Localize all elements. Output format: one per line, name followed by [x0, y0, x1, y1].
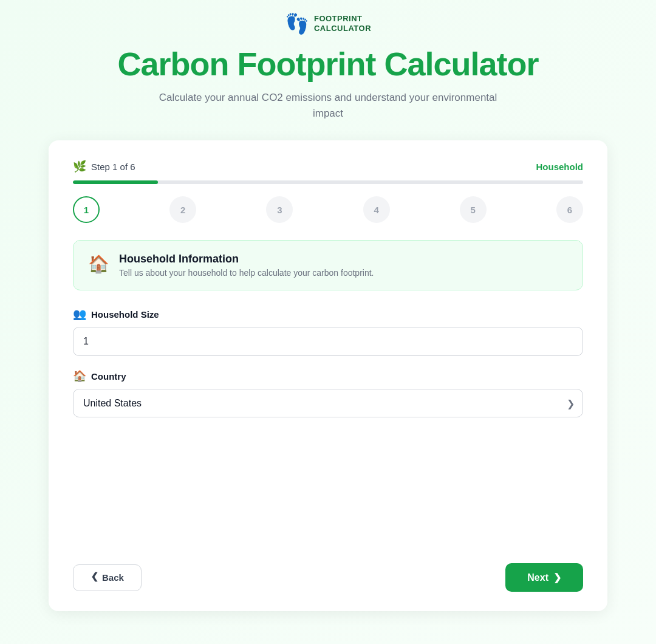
step-circle-2[interactable]: 2: [169, 196, 196, 223]
step-header: 🌿 Step 1 of 6 Household: [73, 160, 583, 173]
country-label: 🏠 Country: [73, 369, 583, 383]
logo-text: FOOTPRINT CALCULATOR: [314, 14, 371, 33]
step-text: Step 1 of 6: [91, 162, 135, 172]
info-box-content: Household Information Tell us about your…: [119, 253, 374, 278]
back-button[interactable]: ❯ Back: [73, 564, 142, 591]
next-button[interactable]: Next ❯: [505, 563, 583, 592]
household-size-section: 👥 Household Size: [73, 307, 583, 356]
step-circle-4[interactable]: 4: [363, 196, 390, 223]
leaf-icon: 🌿: [73, 160, 86, 173]
progress-bar-fill: [73, 180, 158, 184]
home-icon: 🏠: [88, 254, 109, 274]
step-circle-1[interactable]: 1: [73, 196, 100, 223]
step-category: Household: [536, 162, 584, 172]
household-size-input[interactable]: [73, 327, 583, 356]
footprint-icon: 👣: [285, 12, 309, 35]
country-section: 🏠 Country United States Canada United Ki…: [73, 369, 583, 417]
chevron-right-icon: ❯: [553, 572, 561, 583]
country-select-wrapper: United States Canada United Kingdom Aust…: [73, 389, 583, 417]
card-footer: ❯ Back Next ❯: [73, 563, 583, 592]
chevron-left-icon: ❯: [91, 572, 98, 583]
page-header: 👣 FOOTPRINT CALCULATOR Carbon Footprint …: [10, 12, 646, 121]
country-select[interactable]: United States Canada United Kingdom Aust…: [73, 389, 583, 417]
step-circle-3[interactable]: 3: [266, 196, 293, 223]
main-card: 🌿 Step 1 of 6 Household 1 2 3 4 5 6 🏠: [49, 140, 607, 611]
info-box-description: Tell us about your household to help cal…: [119, 268, 374, 278]
logo-area: 👣 FOOTPRINT CALCULATOR: [285, 12, 371, 35]
steps-row: 1 2 3 4 5 6: [73, 196, 583, 223]
home-small-icon: 🏠: [73, 369, 86, 383]
people-icon: 👥: [73, 307, 86, 321]
step-label: 🌿 Step 1 of 6: [73, 160, 135, 173]
subtitle: Calculate your annual CO2 emissions and …: [152, 90, 504, 121]
progress-bar-container: [73, 180, 583, 184]
step-circle-5[interactable]: 5: [460, 196, 487, 223]
step-circle-6[interactable]: 6: [556, 196, 583, 223]
info-box: 🏠 Household Information Tell us about yo…: [73, 240, 583, 290]
main-title: Carbon Footprint Calculator: [118, 45, 539, 83]
info-box-title: Household Information: [119, 253, 374, 265]
household-size-label: 👥 Household Size: [73, 307, 583, 321]
